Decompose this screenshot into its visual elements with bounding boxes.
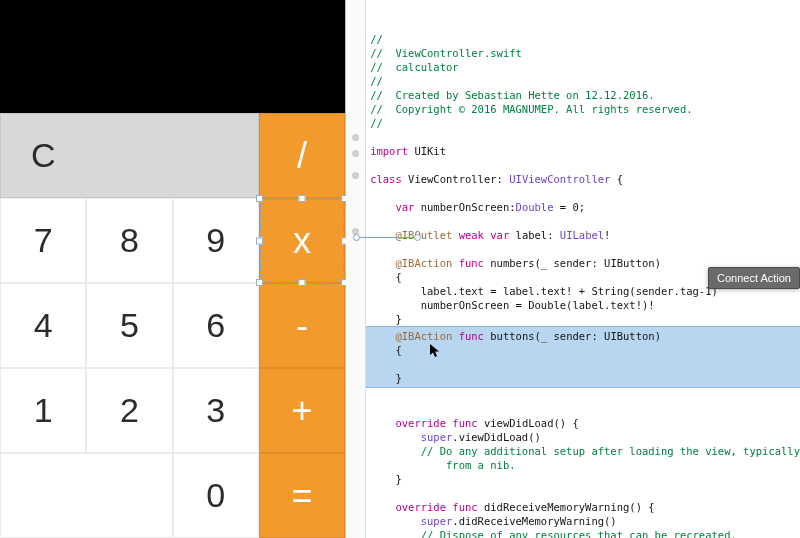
code-keyword: func	[452, 417, 477, 429]
code-class: UIViewController	[509, 173, 610, 185]
connection-dot-icon[interactable]	[352, 150, 359, 157]
connect-action-tooltip: Connect Action	[708, 267, 800, 289]
blank-button[interactable]	[0, 453, 173, 538]
code-keyword: override	[395, 417, 446, 429]
connection-endpoint-icon[interactable]	[353, 234, 360, 241]
code-text: buttons	[490, 330, 534, 342]
digit-0-button[interactable]: 0	[173, 453, 259, 538]
code-class: Double	[516, 201, 554, 213]
code-comment: // Do any additional setup after loading…	[370, 445, 800, 471]
code-keyword: func	[459, 330, 484, 342]
code-text: label	[516, 229, 548, 241]
cursor-icon	[430, 344, 441, 359]
code-text: (_ sender: UIButton)	[535, 330, 661, 342]
equals-button[interactable]: =	[259, 453, 345, 538]
code-text: label.text = label.text! + String(sender…	[421, 285, 718, 297]
digit-3-button[interactable]: 3	[173, 368, 259, 453]
code-text: numbers	[490, 257, 534, 269]
digit-2-button[interactable]: 2	[86, 368, 172, 453]
clear-button[interactable]: C	[0, 113, 259, 198]
code-text: numberOnScreen = Double(label.text!)!	[421, 299, 655, 311]
multiply-label: x	[293, 220, 311, 262]
code-text: didReceiveMemoryWarning	[484, 501, 629, 513]
digit-7-button[interactable]: 7	[0, 198, 86, 283]
code-attribute: @IBOutlet	[395, 229, 452, 241]
code-comment: // Copyright © 2016 MAGNUMEP. All rights…	[370, 103, 692, 115]
code-keyword: func	[459, 257, 484, 269]
code-text: numberOnScreen	[421, 201, 510, 213]
selection-handle-icon[interactable]	[298, 195, 305, 202]
code-keyword: weak	[459, 229, 484, 241]
minus-button[interactable]: -	[259, 283, 345, 368]
code-super: super	[421, 431, 453, 443]
digit-4-button[interactable]: 4	[0, 283, 86, 368]
digit-5-button[interactable]: 5	[86, 283, 172, 368]
code-text: (_ sender: UIButton)	[535, 257, 661, 269]
code-comment: //	[370, 117, 383, 129]
highlighted-code-block[interactable]: @IBAction func buttons(_ sender: UIButto…	[366, 326, 800, 388]
digit-9-button[interactable]: 9	[173, 198, 259, 283]
divide-button[interactable]: /	[259, 113, 345, 198]
code-comment: // ViewController.swift	[370, 47, 522, 59]
code-class: UILabel	[560, 229, 604, 241]
code-attribute: @IBAction	[395, 330, 452, 342]
multiply-button[interactable]: x	[259, 198, 345, 283]
code-attribute: @IBAction	[395, 257, 452, 269]
editor-gutter	[346, 0, 366, 538]
calculator-simulator: C / 7 8 9 x 4 5 6 - 1 2	[0, 0, 346, 538]
code-text: .viewDidLoad()	[452, 431, 541, 443]
calculator-display	[0, 0, 345, 113]
code-keyword: override	[395, 501, 446, 513]
code-keyword: func	[452, 501, 477, 513]
calculator-keypad: C / 7 8 9 x 4 5 6 - 1 2	[0, 113, 345, 538]
connection-dot-icon[interactable]	[352, 134, 359, 141]
selection-handle-icon[interactable]	[256, 237, 263, 244]
code-keyword: class	[370, 173, 402, 185]
code-comment: // Dispose of any resources that can be …	[421, 529, 737, 538]
connection-endpoint-icon[interactable]	[414, 234, 421, 241]
connection-dot-icon[interactable]	[352, 172, 359, 179]
code-super: super	[421, 515, 453, 527]
code-text: viewDidLoad	[484, 417, 554, 429]
code-text: .didReceiveMemoryWarning()	[452, 515, 616, 527]
digit-8-button[interactable]: 8	[86, 198, 172, 283]
code-text: UIKit	[414, 145, 446, 157]
code-comment: // Created by Sebastian Hette on 12.12.2…	[370, 89, 654, 101]
plus-button[interactable]: +	[259, 368, 345, 453]
selection-handle-icon[interactable]	[256, 279, 263, 286]
code-text: ViewController	[408, 173, 497, 185]
selection-handle-icon[interactable]	[256, 195, 263, 202]
selection-handle-icon[interactable]	[298, 279, 305, 286]
code-text: = 0;	[554, 201, 586, 213]
code-keyword: import	[370, 145, 408, 157]
connection-line-icon	[356, 237, 418, 238]
digit-6-button[interactable]: 6	[173, 283, 259, 368]
code-keyword: var	[395, 201, 414, 213]
digit-1-button[interactable]: 1	[0, 368, 86, 453]
code-comment: //	[370, 75, 383, 87]
code-keyword: var	[490, 229, 509, 241]
